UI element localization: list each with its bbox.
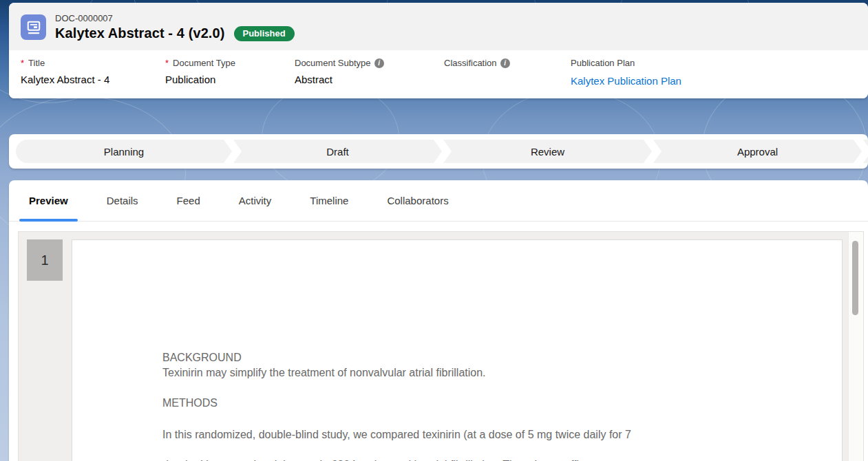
field-document-type-label: *Document Type (165, 58, 295, 69)
info-icon[interactable]: i (500, 58, 510, 68)
required-marker: * (21, 58, 24, 69)
required-marker: * (165, 58, 169, 69)
field-label-text: Document Subtype (295, 58, 371, 69)
field-document-type-value: Publication (165, 74, 295, 86)
doc-line: days) with conventional therapy in 6304 … (162, 458, 814, 461)
field-label-text: Publication Plan (571, 58, 635, 69)
path-card: Planning Draft Review Approval (9, 134, 868, 169)
path: Planning Draft Review Approval (16, 140, 868, 163)
path-stage-overflow[interactable] (863, 140, 868, 163)
page-thumbnail-1[interactable]: 1 (27, 239, 63, 281)
document-page: BACKGROUND Texinirin may simplify the tr… (72, 239, 843, 461)
doc-heading-background: BACKGROUND (162, 350, 814, 365)
path-stage-planning[interactable]: Planning (16, 140, 232, 163)
field-label-text: Classification (444, 58, 497, 69)
tab-collaborators[interactable]: Collaborators (377, 180, 458, 221)
record-header-top: DOC-0000007 Kalytex Abstract - 4 (v2.0) … (9, 3, 868, 50)
object-label: DOC-0000007 (55, 13, 295, 23)
field-document-subtype-label: Document Subtype i (295, 58, 444, 69)
field-classification-label: Classification i (444, 58, 571, 69)
page-title: Kalytex Abstract - 4 (v2.0) (55, 25, 225, 41)
field-label-text: Title (28, 58, 45, 69)
doc-line: Texinirin may simplify the treatment of … (162, 365, 814, 380)
tab-feed[interactable]: Feed (167, 180, 210, 221)
publication-plan-link[interactable]: Kalytex Publication Plan (571, 75, 856, 87)
field-classification: Classification i (444, 58, 571, 87)
path-stage-review[interactable]: Review (443, 140, 652, 163)
field-document-type: *Document Type Publication (165, 58, 295, 87)
record-tabs-card: Preview Details Feed Activity Timeline C… (9, 180, 868, 461)
path-stage-draft[interactable]: Draft (233, 140, 442, 163)
record-header-card: DOC-0000007 Kalytex Abstract - 4 (v2.0) … (9, 3, 868, 98)
field-title: *Title Kalytex Abstract - 4 (21, 58, 165, 87)
field-document-subtype: Document Subtype i Abstract (295, 58, 444, 87)
doc-line: In this randomized, double-blind study, … (162, 427, 814, 442)
document-text: BACKGROUND Texinirin may simplify the tr… (162, 350, 814, 461)
path-stage-approval[interactable]: Approval (653, 140, 862, 163)
field-classification-value (444, 74, 571, 86)
tab-timeline[interactable]: Timeline (300, 180, 358, 221)
document-icon-glyph (26, 20, 41, 35)
field-document-subtype-value: Abstract (295, 74, 444, 86)
field-title-label: *Title (21, 58, 165, 69)
document-preview-panel: 1 BACKGROUND Texinirin may simplify the … (18, 231, 864, 461)
doc-heading-methods: METHODS (162, 396, 814, 411)
field-publication-plan-label: Publication Plan (571, 58, 856, 69)
field-publication-plan: Publication Plan Kalytex Publication Pla… (571, 58, 856, 87)
info-icon[interactable]: i (374, 58, 384, 68)
document-icon (21, 14, 46, 40)
tab-bar: Preview Details Feed Activity Timeline C… (9, 180, 868, 222)
record-highlight-fields: *Title Kalytex Abstract - 4 *Document Ty… (9, 50, 868, 98)
tab-details[interactable]: Details (97, 180, 148, 221)
field-title-value: Kalytex Abstract - 4 (21, 74, 165, 86)
tab-preview[interactable]: Preview (19, 180, 78, 221)
preview-scrollbar-thumb[interactable] (852, 241, 858, 315)
tab-activity[interactable]: Activity (229, 180, 282, 221)
preview-scrollbar-track[interactable] (848, 232, 863, 461)
field-label-text: Document Type (173, 58, 235, 69)
status-badge: Published (234, 26, 295, 41)
